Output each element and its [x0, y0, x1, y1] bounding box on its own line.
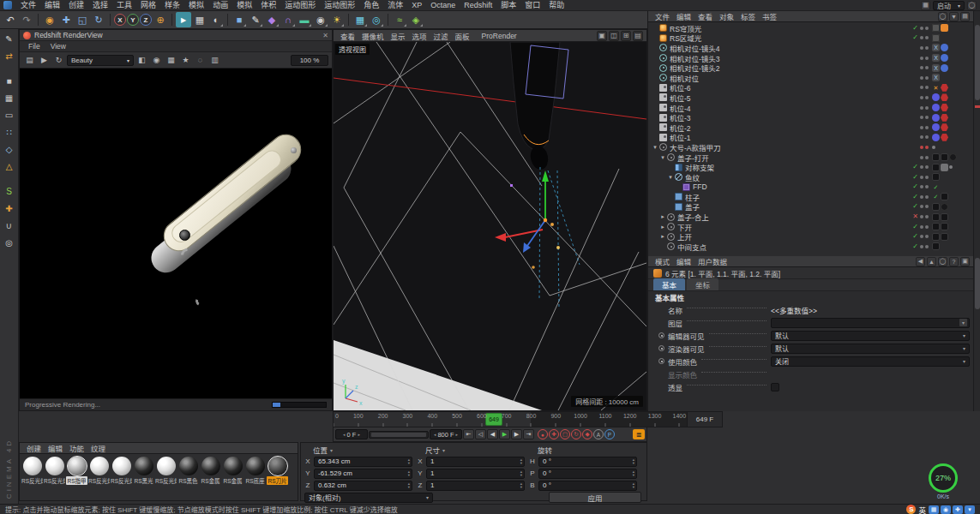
key-position-button[interactable]: ✚ — [549, 429, 559, 439]
layer-field-input[interactable]: ▾ — [771, 318, 970, 328]
tree-row-16[interactable]: FFD✓✓ — [652, 182, 971, 193]
material-item-10[interactable]: RS底座 — [244, 457, 266, 485]
tag-redhex-icon[interactable] — [941, 93, 948, 101]
undo-button[interactable]: ↶ — [3, 12, 18, 27]
ime-language-label[interactable]: 英 — [918, 505, 926, 514]
ime-toolbox-icon[interactable]: ✚ — [953, 505, 963, 514]
coord-field-位置-Z[interactable]: 0.632 cm▴▾ — [314, 481, 412, 491]
coord-field-尺寸-X[interactable]: 1▴▾ — [426, 457, 525, 467]
material-item-3[interactable]: RS反光灯 — [88, 457, 110, 485]
key-parameter-button[interactable]: ◆ — [582, 429, 592, 439]
tag-black-icon[interactable] — [941, 223, 948, 230]
visibility-toggles[interactable]: ✕ — [912, 213, 929, 220]
menubar-item-14[interactable]: 流体 — [383, 0, 407, 11]
menubar-item-18[interactable]: 脚本 — [496, 0, 520, 11]
renderview-menu-view[interactable]: View — [45, 42, 71, 51]
menubar-item-7[interactable]: 模拟 — [184, 0, 208, 11]
menubar-item-8[interactable]: 动画 — [208, 0, 232, 11]
coord-field-位置-Y[interactable]: -61.529 cm▴▾ — [314, 469, 412, 479]
lock-x-axis-button[interactable]: X — [114, 14, 126, 26]
tag-bluedot-icon[interactable] — [932, 114, 940, 122]
rv-refresh-icon[interactable]: ↻ — [52, 54, 65, 67]
tag-black-icon[interactable] — [941, 233, 948, 241]
menubar-item-10[interactable]: 体积 — [256, 0, 280, 11]
menubar-item-15[interactable]: XP — [407, 0, 426, 11]
key-scale-button[interactable]: ▢ — [560, 429, 570, 439]
layer-picker-icon[interactable]: ▾ — [959, 319, 967, 326]
om-menu-0[interactable]: 文件 — [652, 11, 673, 21]
visibility-toggles[interactable]: ✓ — [912, 233, 929, 240]
expander-icon[interactable]: ▸ — [659, 224, 666, 230]
simulate-button[interactable]: ≈ — [392, 12, 407, 27]
layout-grid-icon[interactable]: ▦ — [921, 1, 930, 10]
viewport-menu-0[interactable]: 查看 — [337, 31, 358, 41]
coord-field-尺寸-Y[interactable]: 1▴▾ — [426, 469, 525, 479]
pane-quad-icon[interactable]: ⊞ — [621, 31, 631, 41]
visibility-toggles[interactable]: ✓ — [912, 194, 929, 200]
timeline-range-slider[interactable] — [369, 431, 429, 439]
edges-mode-button[interactable]: ◇ — [2, 142, 16, 157]
tag-redhex-icon[interactable] — [941, 104, 948, 111]
visibility-toggles[interactable] — [920, 106, 929, 110]
coordinate-system-button[interactable]: ⊕ — [153, 12, 168, 27]
tree-row-10[interactable]: 机位-2 — [652, 123, 971, 133]
next-frame-button[interactable]: ▶ — [511, 429, 522, 439]
tag-bluedot-icon[interactable] — [932, 123, 940, 131]
scale-tool-button[interactable]: ◱ — [75, 12, 90, 27]
tree-row-17[interactable]: 柱子✓✓ — [652, 192, 971, 202]
menubar-item-12[interactable]: 运动图形 — [320, 0, 359, 11]
ime-more-icon[interactable]: ▾ — [965, 505, 975, 514]
rv-start-ipr-icon[interactable]: ▶ — [38, 54, 51, 67]
am-menu-2[interactable]: 用户数据 — [694, 256, 730, 266]
material-item-4[interactable]: RS反光灯 — [111, 457, 132, 485]
menubar-item-2[interactable]: 创建 — [64, 0, 88, 11]
selected-object-silhouette[interactable] — [510, 42, 560, 171]
tree-row-3[interactable]: 相机对位-镜头3X — [652, 53, 971, 63]
tag-xpresso-icon[interactable]: X — [932, 74, 940, 81]
viewport-menu-prorender[interactable]: ProRender — [478, 32, 520, 40]
tag-xpresso-icon[interactable]: X — [932, 44, 940, 51]
tree-row-0[interactable]: RS穹顶光✓ — [652, 23, 971, 33]
tag-dotgrid-icon[interactable] — [932, 24, 940, 32]
add-environment-button[interactable]: ▬ — [297, 12, 312, 27]
prev-frame-button[interactable]: ◀ — [487, 429, 498, 439]
axis-gizmo[interactable] — [495, 170, 560, 269]
menubar-item-20[interactable]: 帮助 — [544, 0, 568, 11]
enable-snap-button[interactable]: S — [2, 184, 16, 199]
viewport-canvas[interactable]: y x z 透视视图 网格间距 : 10000 cm — [334, 42, 646, 410]
texture-mode-button[interactable]: ▦ — [2, 91, 16, 105]
coord-group-title-0[interactable]: 位置▾ — [304, 445, 412, 455]
material-item-6[interactable]: RS反光灯 — [155, 457, 177, 485]
menubar-item-3[interactable]: 选择 — [88, 0, 112, 11]
tree-row-1[interactable]: RS区域光✓ — [652, 33, 971, 44]
om-menu-1[interactable]: 编辑 — [673, 11, 694, 21]
tag-dot-icon[interactable] — [932, 146, 935, 149]
visibility-toggles[interactable] — [920, 66, 929, 69]
rv-region-icon[interactable]: ◌ — [194, 54, 207, 67]
apply-button[interactable]: 应用 — [549, 492, 641, 503]
timeline-playhead[interactable]: 649 — [485, 413, 502, 426]
range-end-field[interactable]: ◂800 F▸ — [430, 429, 462, 439]
rv-snapshot-icon[interactable]: ▤ — [23, 54, 36, 67]
volume-button[interactable]: ▦ — [352, 12, 368, 27]
tag-gray-icon[interactable] — [941, 164, 948, 171]
viewport-menu-3[interactable]: 选项 — [409, 31, 430, 41]
object-manager-scrollbar[interactable] — [973, 11, 980, 256]
ime-keyboard-icon[interactable]: ▦ — [929, 505, 939, 514]
tree-row-20[interactable]: ▸下开✓ — [652, 222, 971, 232]
enable-axis-button[interactable]: ✚ — [2, 201, 16, 216]
tag-blue-icon[interactable] — [941, 44, 948, 51]
om-path-icon[interactable]: ▤ — [960, 12, 970, 21]
expander-icon[interactable]: ▾ — [667, 174, 674, 181]
pane-single-icon[interactable]: ▣ — [597, 31, 607, 41]
tree-row-8[interactable]: 机位-4 — [652, 103, 971, 113]
tag-black-icon[interactable] — [932, 213, 940, 221]
points-mode-button[interactable]: ∷ — [2, 125, 16, 140]
auto-key-button[interactable]: A — [593, 429, 604, 439]
tree-row-21[interactable]: ▸上开✓ — [652, 231, 971, 242]
tag-redhex-icon[interactable] — [941, 114, 948, 122]
add-spline-button[interactable]: ✎ — [248, 12, 263, 27]
tag-black-icon[interactable] — [932, 164, 940, 171]
om-menu-3[interactable]: 对象 — [716, 11, 737, 21]
ime-mic-icon[interactable]: ◉ — [941, 505, 951, 514]
